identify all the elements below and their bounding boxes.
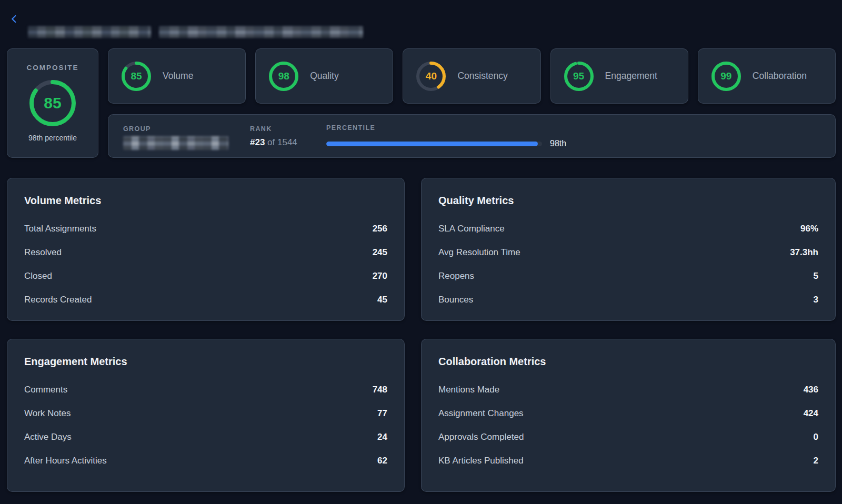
chevron-left-icon: [9, 14, 19, 25]
metric-row: Active Days 24: [24, 425, 387, 449]
rank-line: #23 of 1544: [250, 137, 297, 148]
panel-title: Volume Metrics: [24, 193, 387, 208]
metric-value: 37.3hh: [790, 247, 818, 258]
collaboration-score-label: Collaboration: [753, 70, 807, 82]
redacted-group-name: [123, 136, 228, 150]
consistency-score-value: 40: [426, 70, 437, 82]
score-card-collaboration: 99 Collaboration: [698, 48, 836, 104]
panel-engagement-metrics: Engagement Metrics Comments 748 Work Not…: [7, 339, 405, 492]
metric-value: 270: [373, 271, 387, 281]
metric-value: 77: [377, 408, 387, 419]
composite-score-card: COMPOSITE 85 98th percentile: [7, 48, 98, 158]
metric-value: 436: [804, 385, 818, 395]
metric-label: Bounces: [438, 295, 473, 305]
composite-label: COMPOSITE: [26, 64, 78, 72]
rank-label: RANK: [250, 125, 297, 133]
metric-value: 2: [814, 456, 818, 466]
metric-panels-grid: Volume Metrics Total Assignments 256 Res…: [0, 178, 842, 492]
metric-row: SLA Compliance 96%: [438, 217, 818, 240]
metric-value: 62: [377, 456, 387, 466]
quality-score-label: Quality: [310, 70, 338, 82]
metric-label: Records Created: [24, 295, 92, 305]
volume-score-value: 85: [131, 70, 142, 82]
metric-label: Resolved: [24, 247, 62, 258]
collaboration-score-ring: 99: [711, 62, 741, 91]
metric-value: 245: [373, 247, 387, 258]
rank-total: of 1544: [267, 137, 297, 147]
dashboard-page: COMPOSITE 85 98th percentile 85: [0, 0, 842, 504]
percentile-value: 98th: [550, 139, 566, 148]
metric-value: 45: [377, 295, 387, 305]
redacted-subtitle-left: [28, 26, 151, 38]
composite-percentile-text: 98th percentile: [28, 134, 77, 142]
group-rank-bar: GROUP RANK #23 of 1544 PERCENTILE: [108, 114, 836, 158]
rank-section: RANK #23 of 1544: [250, 125, 297, 148]
group-label: GROUP: [123, 125, 228, 133]
score-card-engagement: 95 Engagement: [550, 48, 688, 104]
metric-row: Records Created 45: [24, 288, 387, 311]
metric-label: Active Days: [24, 432, 72, 442]
metric-label: Total Assignments: [24, 224, 96, 234]
composite-score-value: 85: [44, 94, 61, 112]
metric-value: 748: [373, 385, 387, 395]
panel-volume-metrics: Volume Metrics Total Assignments 256 Res…: [7, 178, 405, 321]
metric-row: Work Notes 77: [24, 401, 387, 425]
consistency-score-ring: 40: [416, 62, 446, 91]
metric-value: 0: [814, 432, 818, 442]
volume-score-ring: 85: [122, 62, 151, 91]
panel-quality-metrics: Quality Metrics SLA Compliance 96% Avg R…: [421, 178, 836, 321]
metric-row: Reopens 5: [438, 264, 818, 288]
engagement-score-ring: 95: [564, 62, 594, 91]
panel-title: Engagement Metrics: [24, 354, 387, 369]
metric-value: 424: [804, 408, 818, 419]
rank-value: #23: [250, 137, 265, 147]
score-right-stack: 85 Volume 98 Quality: [108, 48, 836, 158]
redacted-page-title: [24, 4, 98, 18]
metric-row: Mentions Made 436: [438, 378, 818, 401]
panel-title: Quality Metrics: [438, 193, 818, 208]
score-card-quality: 98 Quality: [255, 48, 393, 104]
volume-score-label: Volume: [163, 70, 193, 82]
metric-label: Work Notes: [24, 408, 71, 419]
group-section: GROUP: [123, 125, 228, 150]
metric-value: 96%: [800, 224, 818, 234]
metric-row: After Hours Activities 62: [24, 449, 387, 472]
back-button[interactable]: [7, 13, 21, 26]
mini-score-cards: 85 Volume 98 Quality: [108, 48, 836, 104]
metric-label: After Hours Activities: [24, 456, 107, 466]
quality-score-ring: 98: [269, 62, 298, 91]
quality-score-value: 98: [278, 70, 289, 82]
percentile-section: PERCENTILE 98th: [326, 124, 566, 148]
metric-value: 256: [373, 224, 387, 234]
score-summary-section: COMPOSITE 85 98th percentile 85: [0, 48, 842, 158]
composite-score-ring: 85: [29, 80, 76, 126]
percentile-bar-track: [326, 142, 542, 146]
header: [0, 0, 842, 48]
metric-row: Total Assignments 256: [24, 217, 387, 240]
metric-label: Avg Resolution Time: [438, 247, 520, 258]
engagement-score-value: 95: [573, 70, 584, 82]
metric-label: Approvals Completed: [438, 432, 524, 442]
metric-label: KB Articles Published: [438, 456, 524, 466]
metric-label: Comments: [24, 385, 67, 395]
panel-title: Collaboration Metrics: [438, 354, 818, 369]
metric-row: Approvals Completed 0: [438, 425, 818, 449]
metric-row: Comments 748: [24, 378, 387, 401]
panel-collaboration-metrics: Collaboration Metrics Mentions Made 436 …: [421, 339, 836, 492]
consistency-score-label: Consistency: [457, 70, 507, 82]
percentile-label: PERCENTILE: [326, 124, 566, 132]
metric-label: Assignment Changes: [438, 408, 524, 419]
score-card-volume: 85 Volume: [108, 48, 246, 104]
metric-row: Assignment Changes 424: [438, 401, 818, 425]
metric-row: Closed 270: [24, 264, 387, 288]
metric-row: Resolved 245: [24, 240, 387, 264]
redacted-subtitle-right: [159, 26, 363, 38]
engagement-score-label: Engagement: [605, 70, 657, 82]
metric-row: Bounces 3: [438, 288, 818, 311]
metric-row: Avg Resolution Time 37.3hh: [438, 240, 818, 264]
metric-label: Reopens: [438, 271, 474, 281]
metric-value: 3: [814, 295, 818, 305]
collaboration-score-value: 99: [720, 70, 731, 82]
metric-value: 24: [377, 432, 387, 442]
metric-label: Closed: [24, 271, 52, 281]
